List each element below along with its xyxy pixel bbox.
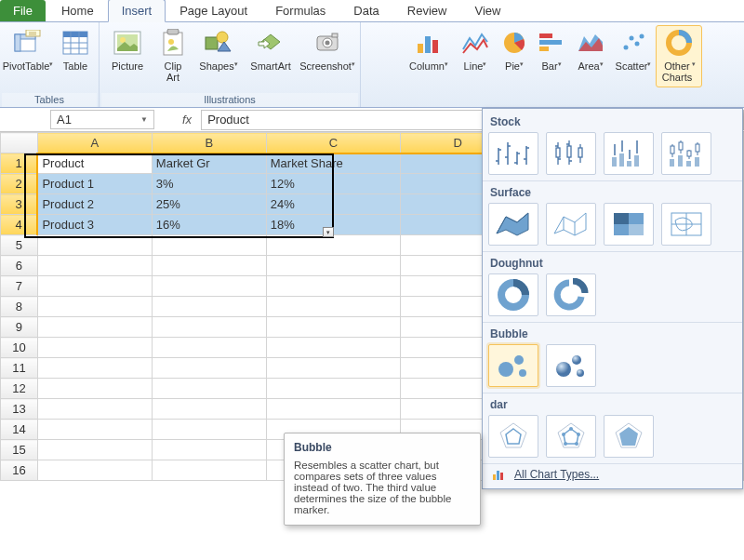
row-header-4[interactable]: 4 [1, 215, 38, 235]
col-header-B[interactable]: B [152, 133, 266, 153]
cell-C9[interactable] [266, 317, 400, 338]
row-header-6[interactable]: 6 [1, 256, 38, 276]
chart-type-stock-hlc[interactable] [488, 132, 538, 175]
chart-type-stock-vohlc[interactable] [661, 132, 711, 175]
cell-A6[interactable] [37, 256, 152, 276]
cell-A16[interactable] [37, 460, 152, 481]
cell-B14[interactable] [152, 420, 266, 440]
row-header-16[interactable]: 16 [1, 460, 38, 481]
chart-type-doughnut[interactable] [488, 273, 538, 316]
scatter-chart-button[interactable]: Scatter▾ [611, 25, 656, 87]
cell-B3[interactable]: 25% [152, 194, 266, 215]
chart-type-stock-vhlc[interactable] [604, 132, 654, 175]
cell-C10[interactable] [266, 338, 400, 358]
row-header-14[interactable]: 14 [1, 420, 38, 440]
cell-C1[interactable]: Market Share [266, 153, 400, 174]
row-header-9[interactable]: 9 [1, 317, 38, 338]
cell-C5[interactable] [266, 235, 400, 256]
pie-chart-button[interactable]: Pie▾ [496, 25, 533, 87]
name-box[interactable]: A1 ▼ [50, 110, 154, 129]
chart-type-surface-wire[interactable] [546, 203, 596, 246]
cell-B1[interactable]: Market Gr [152, 153, 266, 174]
other-charts-button[interactable]: Other Charts▾ [656, 25, 702, 87]
chart-type-surface-contour-wire[interactable] [661, 203, 711, 246]
line-chart-button[interactable]: Line▾ [455, 25, 496, 87]
row-header-13[interactable]: 13 [1, 399, 38, 420]
smartart-button[interactable]: SmartArt [245, 25, 297, 87]
cell-A9[interactable] [37, 317, 152, 338]
cell-C6[interactable] [266, 256, 400, 276]
cell-B5[interactable] [152, 235, 266, 256]
row-header-15[interactable]: 15 [1, 440, 38, 460]
cell-B16[interactable] [152, 460, 266, 481]
row-header-11[interactable]: 11 [1, 358, 38, 379]
cell-B9[interactable] [152, 317, 266, 338]
row-header-7[interactable]: 7 [1, 276, 38, 297]
cell-C11[interactable] [266, 358, 400, 379]
cell-B12[interactable] [152, 379, 266, 399]
picture-button[interactable]: Picture [101, 25, 153, 87]
column-chart-button[interactable]: Column▾ [403, 25, 455, 87]
cell-B8[interactable] [152, 297, 266, 317]
row-header-2[interactable]: 2 [1, 174, 38, 194]
autofilter-handle[interactable]: ▾ [323, 227, 334, 237]
row-header-5[interactable]: 5 [1, 235, 38, 256]
cell-C13[interactable] [266, 399, 400, 420]
row-header-1[interactable]: 1 [1, 153, 38, 174]
col-header-C[interactable]: C [266, 133, 400, 153]
cell-A14[interactable] [37, 420, 152, 440]
chart-type-doughnut-exploded[interactable] [546, 273, 596, 316]
cell-C7[interactable] [266, 276, 400, 297]
screenshot-button[interactable]: Screenshot▾ [297, 25, 358, 87]
cell-A10[interactable] [37, 338, 152, 358]
cell-B10[interactable] [152, 338, 266, 358]
cell-A11[interactable] [37, 358, 152, 379]
tab-insert[interactable]: Insert [108, 0, 166, 22]
chart-type-surface-3d[interactable] [488, 203, 538, 246]
col-header-A[interactable]: A [37, 133, 152, 153]
chart-type-bubble[interactable] [488, 344, 538, 387]
tab-data[interactable]: Data [339, 0, 392, 21]
shapes-button[interactable]: Shapes▾ [193, 25, 245, 87]
cell-B15[interactable] [152, 440, 266, 460]
cell-B11[interactable] [152, 358, 266, 379]
all-chart-types-link[interactable]: All Chart Types... [483, 463, 742, 485]
row-header-8[interactable]: 8 [1, 297, 38, 317]
tab-formulas[interactable]: Formulas [261, 0, 339, 21]
cell-C8[interactable] [266, 297, 400, 317]
cell-A15[interactable] [37, 440, 152, 460]
file-tab[interactable]: File [0, 0, 46, 21]
cell-C12[interactable] [266, 379, 400, 399]
cell-B2[interactable]: 3% [152, 174, 266, 194]
cell-B13[interactable] [152, 399, 266, 420]
tab-view[interactable]: View [460, 0, 514, 21]
tab-home[interactable]: Home [47, 0, 108, 21]
clipart-button[interactable]: Clip Art [153, 25, 193, 87]
cell-A13[interactable] [37, 399, 152, 420]
cell-B7[interactable] [152, 276, 266, 297]
cell-A5[interactable] [37, 235, 152, 256]
cell-B6[interactable] [152, 256, 266, 276]
cell-A4[interactable]: Product 3 [37, 215, 152, 235]
tab-review[interactable]: Review [393, 0, 461, 21]
cell-C3[interactable]: 24% [266, 194, 400, 215]
table-button[interactable]: Table [54, 25, 97, 87]
row-header-10[interactable]: 10 [1, 338, 38, 358]
cell-A2[interactable]: Product 1 [37, 174, 152, 194]
bar-chart-button[interactable]: Bar▾ [533, 25, 570, 87]
row-header-3[interactable]: 3 [1, 194, 38, 215]
cell-A12[interactable] [37, 379, 152, 399]
cell-B4[interactable]: 16% [152, 215, 266, 235]
chart-type-bubble-3d[interactable] [546, 344, 596, 387]
chart-type-stock-ohlc[interactable] [546, 132, 596, 175]
cell-A8[interactable] [37, 297, 152, 317]
row-header-12[interactable]: 12 [1, 379, 38, 399]
chart-type-radar[interactable] [488, 415, 538, 458]
area-chart-button[interactable]: Area▾ [570, 25, 611, 87]
cell-A1[interactable]: Product [37, 153, 152, 174]
cell-C2[interactable]: 12% [266, 174, 400, 194]
chart-type-surface-contour[interactable] [604, 203, 654, 246]
fx-icon[interactable]: fx [182, 113, 192, 127]
cell-A7[interactable] [37, 276, 152, 297]
pivottable-button[interactable]: PivotTable▾ [2, 25, 54, 87]
